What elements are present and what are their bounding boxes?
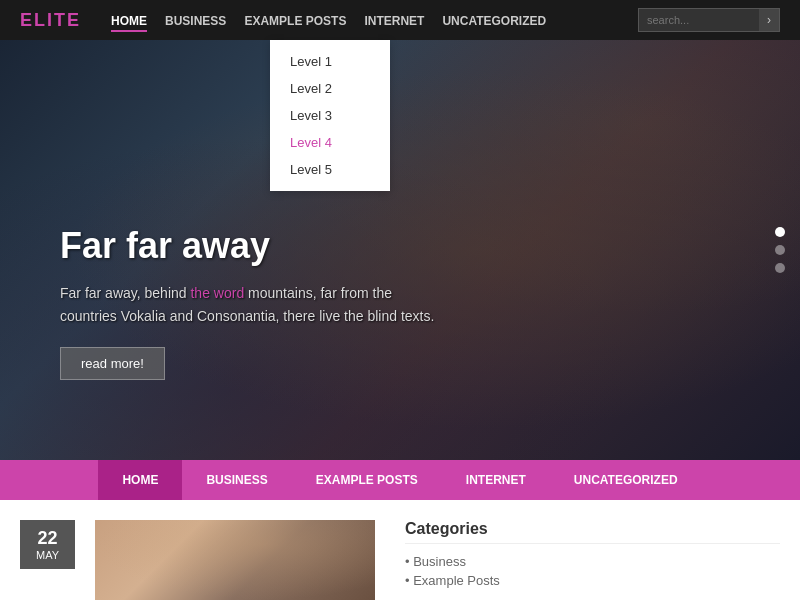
post-date: 22 MAY (20, 520, 75, 569)
hero-text-part1: Far far away, behind (60, 285, 190, 301)
logo[interactable]: ELITE (20, 10, 81, 31)
hero-section: Far far away Far far away, behind the wo… (0, 40, 800, 460)
dropdown-item-level3[interactable]: Level 3 (270, 102, 390, 129)
main-nav: HOME BUSINESS EXAMPLE POSTS INTERNET UNC… (111, 11, 638, 29)
slider-dots (775, 227, 785, 273)
post-thumbnail[interactable] (95, 520, 375, 600)
nav-item-example-posts[interactable]: EXAMPLE POSTS (244, 11, 346, 29)
post-thumbnail-overlay (95, 520, 375, 600)
nav-link-example-posts[interactable]: EXAMPLE POSTS (244, 14, 346, 28)
post-date-month: MAY (32, 549, 63, 561)
content-area: 22 MAY Categories Business Example Posts (0, 500, 800, 600)
secondary-nav-uncategorized[interactable]: UNCATEGORIZED (550, 460, 702, 500)
sidebar-title: Categories (405, 520, 780, 544)
logo-text: LITE (34, 10, 81, 30)
search-button[interactable]: › (759, 9, 779, 31)
secondary-nav-home[interactable]: HOME (98, 460, 182, 500)
dropdown-item-level1[interactable]: Level 1 (270, 48, 390, 75)
hero-text: Far far away, behind the word mountains,… (60, 282, 440, 327)
hero-title: Far far away (60, 225, 440, 267)
nav-item-internet[interactable]: INTERNET (364, 11, 424, 29)
nav-link-business[interactable]: BUSINESS (165, 14, 226, 28)
logo-accent: E (20, 10, 34, 30)
slider-dot-3[interactable] (775, 263, 785, 273)
dropdown-menu: Level 1 Level 2 Level 3 Level 4 Level 5 (270, 40, 390, 191)
read-more-button[interactable]: read more! (60, 347, 165, 380)
slider-dot-1[interactable] (775, 227, 785, 237)
secondary-nav: HOME BUSINESS EXAMPLE POSTS INTERNET UNC… (0, 460, 800, 500)
sidebar-item-example-posts[interactable]: Example Posts (405, 573, 780, 588)
nav-link-home[interactable]: HOME (111, 14, 147, 32)
slider-dot-2[interactable] (775, 245, 785, 255)
hero-text-highlight: the word (190, 285, 244, 301)
hero-content: Far far away Far far away, behind the wo… (60, 225, 440, 380)
header: ELITE HOME BUSINESS EXAMPLE POSTS INTERN… (0, 0, 800, 40)
dropdown-item-level4[interactable]: Level 4 (270, 129, 390, 156)
secondary-nav-internet[interactable]: INTERNET (442, 460, 550, 500)
secondary-nav-example-posts[interactable]: EXAMPLE POSTS (292, 460, 442, 500)
nav-link-uncategorized[interactable]: UNCATEGORIZED (442, 14, 546, 28)
search-input[interactable] (639, 14, 759, 26)
nav-item-uncategorized[interactable]: UNCATEGORIZED (442, 11, 546, 29)
sidebar-item-business[interactable]: Business (405, 554, 780, 569)
search-box[interactable]: › (638, 8, 780, 32)
nav-link-internet[interactable]: INTERNET (364, 14, 424, 28)
dropdown-item-level5[interactable]: Level 5 (270, 156, 390, 183)
sidebar: Categories Business Example Posts (395, 520, 780, 580)
nav-item-business[interactable]: BUSINESS (165, 11, 226, 29)
dropdown-item-level2[interactable]: Level 2 (270, 75, 390, 102)
nav-item-home[interactable]: HOME (111, 11, 147, 29)
post-date-day: 22 (32, 528, 63, 549)
secondary-nav-business[interactable]: BUSINESS (182, 460, 291, 500)
